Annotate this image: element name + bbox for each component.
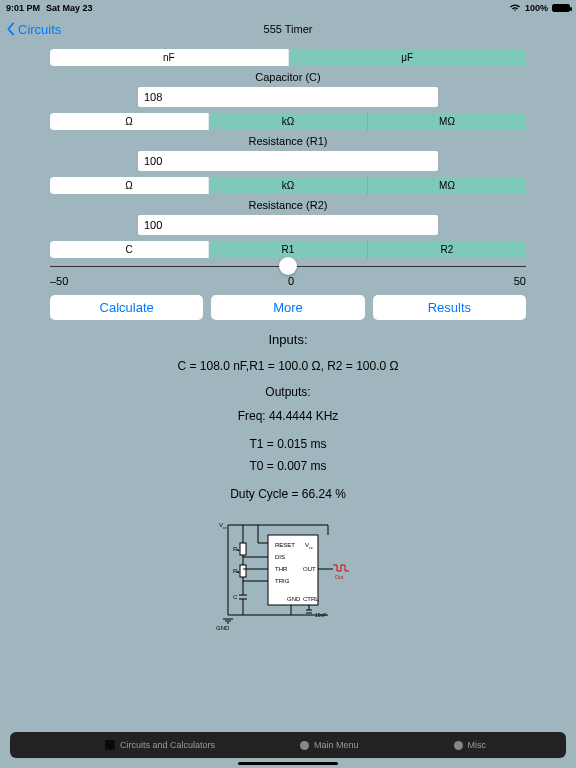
battery-icon [552,4,570,12]
status-time: 9:01 PM [6,3,40,13]
output-duty: Duty Cycle = 66.24 % [230,487,346,501]
capacitor-unit-segment[interactable]: nF μF [50,49,526,66]
seg-opt-r1[interactable]: R1 [209,241,368,258]
chevron-left-icon [6,22,16,36]
capacitor-input[interactable]: 108 [138,87,438,107]
more-button[interactable]: More [211,295,364,320]
svg-text:OUT: OUT [303,566,316,572]
seg-opt-nf[interactable]: nF [50,49,289,66]
slider-thumb[interactable] [279,257,297,275]
r2-label: Resistance (R2) [249,199,328,211]
tab-misc[interactable]: Misc [454,740,487,750]
svg-text:DIS: DIS [275,554,285,560]
svg-text:R₁: R₁ [233,546,240,552]
wifi-icon [509,3,521,14]
svg-text:R₂: R₂ [233,568,240,574]
tab-label: Misc [468,740,487,750]
tab-label: Circuits and Calculators [120,740,215,750]
seg-opt-c[interactable]: C [50,241,209,258]
tab-icon [454,741,463,750]
outputs-heading: Outputs: [265,385,310,399]
r2-input[interactable]: 100 [138,215,438,235]
svg-text:C: C [233,594,238,600]
seg-opt-ohm[interactable]: Ω [50,113,209,130]
status-date: Sat May 23 [46,3,93,13]
tab-circuits[interactable]: Circuits and Calculators [105,740,215,750]
r1-input[interactable]: 100 [138,151,438,171]
capacitor-label: Capacitor (C) [255,71,320,83]
seg-opt-mohm[interactable]: MΩ [368,113,526,130]
output-freq: Freq: 44.4444 KHz [238,409,339,423]
tab-icon [300,741,309,750]
svg-rect-14 [240,543,246,555]
output-t0: T0 = 0.007 ms [249,459,326,473]
circuit-diagram: RESET DIS THR TRIG GND CTRL Vcc OUT R₁ R… [213,515,363,638]
svg-text:10nF: 10nF [315,612,326,618]
seg-opt-ohm[interactable]: Ω [50,177,209,194]
page-title: 555 Timer [264,23,313,35]
seg-opt-mohm[interactable]: MΩ [368,177,526,194]
slider-min: –50 [50,275,68,287]
tab-main-menu[interactable]: Main Menu [300,740,359,750]
status-bar: 9:01 PM Sat May 23 100% [0,0,576,16]
back-label: Circuits [18,22,61,37]
inputs-heading: Inputs: [268,332,307,347]
slider-max: 50 [514,275,526,287]
r2-unit-segment[interactable]: Ω kΩ MΩ [50,177,526,194]
svg-text:cc: cc [223,525,227,530]
svg-rect-17 [240,565,246,577]
r1-label: Resistance (R1) [249,135,328,147]
svg-text:Out: Out [335,574,344,580]
seg-opt-uf[interactable]: μF [289,49,527,66]
seg-opt-kohm[interactable]: kΩ [209,113,368,130]
svg-text:TRIG: TRIG [275,578,290,584]
svg-text:CTRL: CTRL [303,596,319,602]
nav-bar: Circuits 555 Timer [0,16,576,42]
slider-mid: 0 [288,275,294,287]
svg-text:cc: cc [309,545,313,550]
svg-text:GND: GND [287,596,301,602]
adjust-slider[interactable] [50,266,526,267]
svg-text:RESET: RESET [275,542,295,548]
output-t1: T1 = 0.015 ms [249,437,326,451]
calculate-button[interactable]: Calculate [50,295,203,320]
home-indicator [238,762,338,765]
results-button[interactable]: Results [373,295,526,320]
tab-label: Main Menu [314,740,359,750]
tab-bar: Circuits and Calculators Main Menu Misc [10,732,566,758]
seg-opt-r2[interactable]: R2 [368,241,526,258]
svg-text:GND: GND [216,625,230,631]
r1-unit-segment[interactable]: Ω kΩ MΩ [50,113,526,130]
tab-icon [105,740,115,750]
svg-text:THR: THR [275,566,288,572]
variable-select-segment[interactable]: C R1 R2 [50,241,526,258]
inputs-summary: C = 108.0 nF,R1 = 100.0 Ω, R2 = 100.0 Ω [177,359,398,373]
battery-percent: 100% [525,3,548,13]
seg-opt-kohm[interactable]: kΩ [209,177,368,194]
back-button[interactable]: Circuits [6,22,61,37]
